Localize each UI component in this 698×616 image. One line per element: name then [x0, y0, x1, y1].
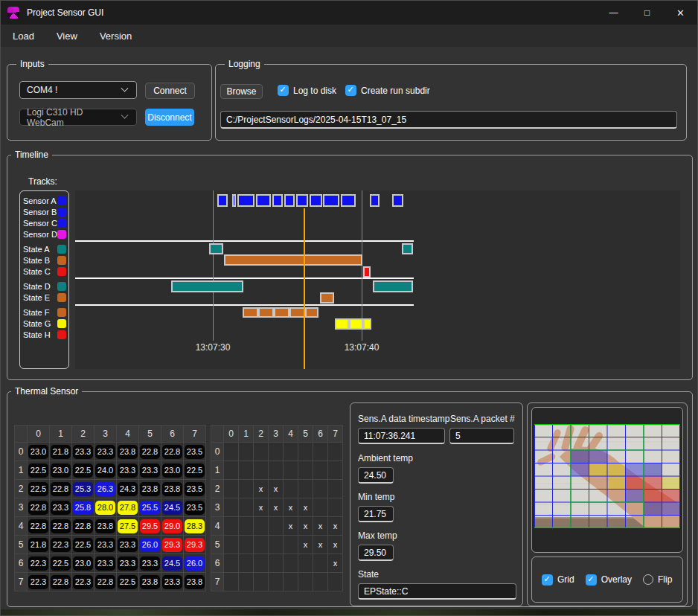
thermal-cell-value: 21.8	[51, 445, 71, 459]
log-to-disk-checkbox[interactable]	[278, 85, 289, 96]
thermal-cell-value: 22.5	[51, 556, 71, 571]
col-header: 0	[28, 426, 49, 442]
timeline-block	[349, 318, 363, 330]
thermal-cell-value: 29.3	[162, 538, 182, 552]
thermal-cell: 29.0	[161, 517, 183, 535]
overlay-cell	[644, 502, 662, 516]
disconnect-button[interactable]: Disconnect	[145, 109, 194, 126]
log-path-input[interactable]: C:/ProjectSensorLogs/2025-04-15T13_07_15	[220, 111, 677, 129]
timeline-block	[274, 307, 289, 318]
mark-cell: x	[313, 536, 327, 554]
timestamp-value: 11:07:36.241	[364, 431, 415, 441]
row-header: 7	[15, 573, 27, 591]
timestamp-field[interactable]: 11:07:36.241	[358, 428, 445, 444]
thermal-cell-value: 25.5	[140, 501, 160, 515]
timeline-block	[296, 194, 308, 207]
thermal-cell-value: 22.5	[28, 463, 48, 478]
maximize-button[interactable]: □	[630, 1, 664, 25]
thermal-cell-value: 23.0	[73, 556, 93, 571]
state-value: EPState::C	[364, 586, 408, 597]
inputs-group: Inputs COM4 ! Connect Logi C310 HD WebCa…	[7, 64, 212, 141]
thermal-cell: 23.3	[95, 536, 116, 554]
camera-select[interactable]: Logi C310 HD WebCam	[19, 109, 137, 126]
thermal-cell: 21.8	[28, 536, 49, 554]
min-temp-value: 21.75	[364, 509, 386, 519]
menu-item-load[interactable]: Load	[13, 31, 34, 42]
row-header: 2	[15, 480, 27, 498]
thermal-cell: 23.3	[95, 554, 116, 572]
legend-group: State AState BState C	[20, 243, 68, 277]
com-port-value: COM4 !	[27, 85, 57, 95]
app-icon	[7, 7, 19, 19]
min-temp-field[interactable]: 21.75	[358, 506, 394, 522]
thermal-cell-value: 22.8	[28, 501, 48, 515]
thermal-cell-value: 23.0	[28, 445, 48, 459]
thermal-cell-value: 22.8	[51, 519, 71, 533]
ambient-temp-field[interactable]: 24.50	[358, 467, 394, 484]
overlay-cell	[662, 502, 681, 516]
menu-item-view[interactable]: View	[57, 31, 77, 42]
minimize-button[interactable]: —	[597, 1, 630, 25]
create-run-subdir-label: Create run subdir	[361, 86, 430, 96]
timeline-group: Timeline Tracks: Sensor ASensor BSensor …	[7, 155, 693, 380]
create-run-subdir-checkbox[interactable]	[345, 85, 356, 96]
thermal-cell-value: 23.8	[185, 575, 205, 589]
thermal-cell: 22.8	[28, 498, 49, 516]
mark-cell: x	[254, 498, 268, 516]
time-gridline	[213, 190, 214, 341]
mark-cell: x	[284, 517, 298, 535]
mark-cell	[313, 461, 327, 479]
flip-checkbox[interactable]	[643, 574, 653, 585]
legend-item: State E	[20, 292, 68, 303]
thermal-cell-value: 29.5	[140, 519, 160, 533]
legend-item: State B	[20, 254, 68, 266]
flip-label: Flip	[658, 574, 672, 585]
tracks-label: Tracks:	[28, 176, 57, 187]
thermal-cell-value: 23.3	[51, 501, 71, 515]
row-header: 7	[211, 573, 223, 591]
track-separator-line	[75, 240, 414, 242]
thermal-cell-value: 23.3	[162, 575, 182, 589]
thermal-cell: 23.5	[184, 480, 205, 498]
legend-color-chip	[57, 308, 66, 317]
overlay-cell	[644, 476, 662, 490]
thermal-cell-value: 26.0	[185, 556, 205, 571]
overlay-cell	[662, 476, 681, 490]
thermal-cell-value: 22.5	[73, 463, 93, 478]
grid-checkbox[interactable]	[542, 574, 553, 585]
thermal-cell-value: 23.3	[95, 556, 115, 571]
mark-cell: x	[298, 536, 313, 554]
playhead-cursor[interactable]	[304, 208, 305, 369]
thermal-cell: 28.3	[184, 517, 205, 535]
overlay-checkbox[interactable]	[586, 574, 597, 585]
thermal-cell-value: 22.8	[28, 519, 48, 533]
legend-item: Sensor A	[20, 195, 68, 206]
thermal-cell-value: 23.0	[51, 463, 71, 478]
mark-cell	[269, 461, 283, 479]
thermal-cell-value: 22.8	[51, 482, 71, 496]
overlay-cell	[644, 463, 662, 477]
timeline-block	[341, 194, 356, 207]
thermal-cell: 26.0	[184, 554, 205, 572]
time-tick-label: 13:07:40	[328, 342, 395, 353]
timeline-group-label: Timeline	[11, 150, 52, 160]
mark-cell	[298, 461, 313, 479]
close-button[interactable]: ✕	[664, 1, 697, 25]
timeline-plot[interactable]: 13:07:3013:07:40	[75, 190, 680, 369]
com-port-select[interactable]: COM4 !	[19, 81, 137, 99]
thermal-cell: 24.3	[117, 480, 138, 498]
timeline-block	[373, 280, 413, 292]
mark-cell	[298, 573, 313, 591]
thermal-cell: 22.8	[95, 573, 116, 591]
thermal-cell: 23.5	[184, 498, 205, 516]
connect-button[interactable]: Connect	[145, 83, 195, 99]
col-header: 5	[139, 426, 161, 442]
packet-field[interactable]: 5	[449, 428, 514, 444]
overlay-cell	[571, 450, 589, 463]
menu-item-version[interactable]: Version	[100, 31, 132, 42]
mark-cell: x	[254, 480, 268, 498]
max-temp-field[interactable]: 29.50	[358, 545, 394, 561]
state-field[interactable]: EPState::C	[358, 583, 516, 600]
browse-button[interactable]: Browse	[220, 84, 263, 99]
legend-item: State F	[20, 307, 68, 318]
